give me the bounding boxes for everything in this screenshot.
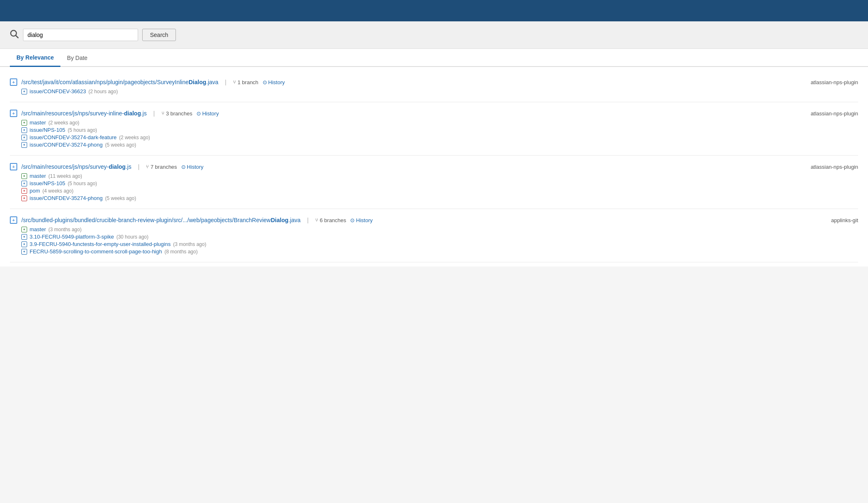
branch-item: + issue/NPS-105 (5 hours ago) bbox=[21, 127, 858, 133]
result-header-4: + /src/bundled-plugins/bundled/crucible-… bbox=[10, 216, 858, 224]
branch-count-4: 6 branches bbox=[320, 217, 346, 223]
search-button[interactable]: Search bbox=[142, 29, 176, 41]
file-icon-3: + bbox=[10, 163, 17, 170]
file-path-2[interactable]: /src/main/resources/js/nps/survey-inline… bbox=[21, 110, 147, 117]
branch-item: + master (11 weeks ago) bbox=[21, 173, 858, 179]
branch-list-3: + master (11 weeks ago) + issue/NPS-105 … bbox=[21, 173, 858, 201]
tab-by-relevance[interactable]: By Relevance bbox=[10, 50, 60, 67]
branch-name[interactable]: issue/NPS-105 bbox=[30, 127, 65, 133]
file-icon-1: + bbox=[10, 78, 17, 86]
file-path-4[interactable]: /src/bundled-plugins/bundled/crucible-br… bbox=[21, 217, 300, 223]
branch-count-icon-1: ⑂ bbox=[233, 79, 236, 85]
file-path-1[interactable]: /src/test/java/it/com/atlassian/nps/plug… bbox=[21, 79, 218, 85]
branch-item-icon: + bbox=[21, 234, 27, 240]
branch-time: (3 months ago) bbox=[173, 241, 206, 247]
branch-time: (3 months ago) bbox=[48, 227, 82, 232]
repo-name-4: applinks-git bbox=[831, 217, 858, 223]
branch-name[interactable]: master bbox=[30, 119, 46, 126]
branch-item: + issue/NPS-105 (5 hours ago) bbox=[21, 180, 858, 186]
result-header-3: + /src/main/resources/js/nps/survey-dial… bbox=[10, 163, 858, 170]
branch-name[interactable]: issue/CONFDEV-36623 bbox=[30, 88, 86, 94]
branch-count-icon-3: ⑂ bbox=[146, 164, 149, 170]
branch-time: (5 weeks ago) bbox=[105, 195, 136, 201]
branch-count-3: 7 branches bbox=[150, 164, 177, 170]
branch-time: (5 hours ago) bbox=[68, 127, 97, 133]
branch-item-icon: + bbox=[21, 227, 27, 232]
branch-list-4: + master (3 months ago) + 3.10-FECRU-594… bbox=[21, 226, 858, 255]
file-path-3[interactable]: /src/main/resources/js/nps/survey-dialog… bbox=[21, 163, 132, 170]
result-item-4: + /src/bundled-plugins/bundled/crucible-… bbox=[10, 209, 858, 262]
branches-info-4: ⑂ 6 branches bbox=[315, 217, 346, 223]
branch-count-icon-2: ⑂ bbox=[162, 110, 164, 116]
branch-time: (30 hours ago) bbox=[116, 234, 148, 240]
branch-item: + master (3 months ago) bbox=[21, 226, 858, 232]
history-link-1[interactable]: ⊙ History bbox=[263, 79, 285, 85]
history-icon-3: ⊙ bbox=[181, 164, 186, 170]
branch-item-icon: + bbox=[21, 181, 27, 186]
branch-list-1: + issue/CONFDEV-36623 (2 hours ago) bbox=[21, 88, 858, 94]
result-header-1: + /src/test/java/it/com/atlassian/nps/pl… bbox=[10, 78, 858, 86]
separator-3: | bbox=[138, 163, 140, 170]
top-bar bbox=[0, 0, 868, 21]
branch-item: + pom (4 weeks ago) bbox=[21, 188, 858, 194]
history-icon-4: ⊙ bbox=[350, 217, 355, 223]
branch-item: + issue/CONFDEV-35274-phong (5 weeks ago… bbox=[21, 142, 858, 148]
branch-item: + master (2 weeks ago) bbox=[21, 119, 858, 126]
branch-item-icon: + bbox=[21, 120, 27, 126]
branch-item-icon: + bbox=[21, 89, 27, 94]
results-container: + /src/test/java/it/com/atlassian/nps/pl… bbox=[0, 67, 868, 266]
branch-item: + 3.10-FECRU-5949-platform-3-spike (30 h… bbox=[21, 234, 858, 240]
history-link-3[interactable]: ⊙ History bbox=[181, 164, 203, 170]
tab-by-date[interactable]: By Date bbox=[60, 51, 94, 67]
branch-item: + issue/CONFDEV-35274-phong (5 weeks ago… bbox=[21, 195, 858, 201]
file-icon-2: + bbox=[10, 110, 17, 117]
branch-item-icon: + bbox=[21, 173, 27, 179]
branch-name[interactable]: pom bbox=[30, 188, 40, 194]
search-bar: Search bbox=[0, 21, 868, 49]
branch-item: + issue/CONFDEV-35274-dark-feature (2 we… bbox=[21, 134, 858, 140]
branch-list-2: + master (2 weeks ago) + issue/NPS-105 (… bbox=[21, 119, 858, 148]
branch-count-2: 3 branches bbox=[166, 110, 192, 117]
search-icon bbox=[10, 30, 19, 41]
branch-time: (5 hours ago) bbox=[68, 181, 97, 186]
branch-item-icon: + bbox=[21, 135, 27, 140]
branch-name[interactable]: master bbox=[30, 173, 46, 179]
result-item-2: + /src/main/resources/js/nps/survey-inli… bbox=[10, 102, 858, 156]
branch-name[interactable]: issue/CONFDEV-35274-phong bbox=[30, 142, 103, 148]
branch-item-icon: + bbox=[21, 249, 27, 255]
branch-time: (5 weeks ago) bbox=[105, 142, 136, 148]
tabs-bar: By Relevance By Date bbox=[0, 49, 868, 67]
branch-name[interactable]: issue/CONFDEV-35274-phong bbox=[30, 195, 103, 201]
search-input[interactable] bbox=[23, 29, 138, 41]
history-link-4[interactable]: ⊙ History bbox=[350, 217, 372, 223]
branch-name[interactable]: 3.9-FECRU-5940-functests-for-empty-user-… bbox=[30, 241, 171, 247]
branch-item-icon: + bbox=[21, 127, 27, 133]
file-icon-4: + bbox=[10, 216, 17, 224]
branch-name[interactable]: issue/NPS-105 bbox=[30, 180, 65, 186]
branch-time: (8 months ago) bbox=[164, 249, 198, 255]
branch-time: (11 weeks ago) bbox=[48, 173, 82, 179]
branch-name[interactable]: FECRU-5859-scrolling-to-comment-scroll-p… bbox=[30, 248, 162, 255]
branch-count-icon-4: ⑂ bbox=[315, 217, 318, 223]
branches-info-2: ⑂ 3 branches bbox=[162, 110, 192, 117]
branch-item: + FECRU-5859-scrolling-to-comment-scroll… bbox=[21, 248, 858, 255]
branch-name[interactable]: 3.10-FECRU-5949-platform-3-spike bbox=[30, 234, 114, 240]
branch-item-icon: + bbox=[21, 195, 27, 201]
branch-time: (4 weeks ago) bbox=[42, 188, 73, 194]
branch-name[interactable]: issue/CONFDEV-35274-dark-feature bbox=[30, 134, 117, 140]
branches-info-3: ⑂ 7 branches bbox=[146, 164, 177, 170]
branch-name[interactable]: master bbox=[30, 226, 46, 232]
separator-4: | bbox=[307, 217, 309, 223]
branch-time: (2 hours ago) bbox=[88, 89, 118, 94]
history-link-2[interactable]: ⊙ History bbox=[196, 110, 219, 117]
branch-item-icon: + bbox=[21, 241, 27, 247]
history-icon-1: ⊙ bbox=[263, 79, 267, 85]
branch-time: (2 weeks ago) bbox=[48, 120, 79, 126]
result-item-3: + /src/main/resources/js/nps/survey-dial… bbox=[10, 156, 858, 209]
repo-name-1: atlassian-nps-plugin bbox=[810, 79, 858, 85]
svg-line-1 bbox=[16, 35, 18, 38]
branches-info-1: ⑂ 1 branch bbox=[233, 79, 259, 85]
branch-item-icon: + bbox=[21, 142, 27, 148]
result-header-2: + /src/main/resources/js/nps/survey-inli… bbox=[10, 110, 858, 117]
result-item-1: + /src/test/java/it/com/atlassian/nps/pl… bbox=[10, 71, 858, 102]
